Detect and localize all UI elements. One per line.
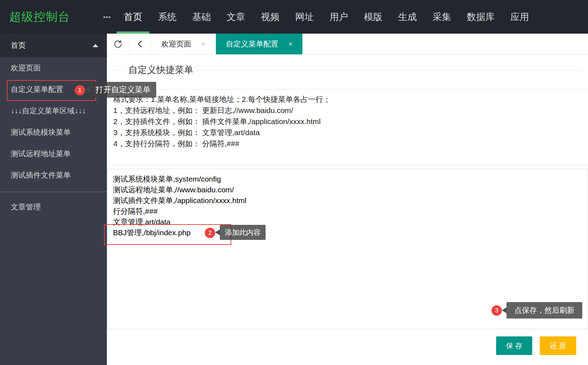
refresh-icon — [113, 39, 123, 49]
tab-close-icon[interactable]: × — [288, 40, 293, 48]
sidebar-item-test-system-module[interactable]: 测试系统模块菜单 — [0, 122, 107, 143]
sidebar-item-custom-menu-zone[interactable]: ↓↓↓自定义菜单区域↓↓↓ — [0, 100, 107, 122]
format-instructions: 格式要求：1.菜单名称,菜单链接地址；2.每个快捷菜单各占一行； 1，支持远程地… — [107, 89, 588, 165]
nav-item-application[interactable]: 应用 — [503, 0, 537, 34]
nav-item-system[interactable]: 系统 — [150, 0, 184, 34]
sidebar: 首页 欢迎页面 自定义菜单配置 ↓↓↓自定义菜单区域↓↓↓ 测试系统模块菜单 测… — [0, 34, 107, 365]
sidebar-item-article-manage[interactable]: 文章管理 — [0, 196, 107, 218]
nav-item-basic[interactable]: 基础 — [184, 0, 219, 34]
page-title-block: 自定义快捷菜单 — [113, 64, 583, 76]
admin-console-window: 超级控制台 ••• 首页 系统 基础 文章 视频 网址 用户 模版 生成 采集 … — [0, 0, 588, 365]
instruction-line: 2，支持插件文件，例如： 插件文件菜单,/application/xxxx.ht… — [113, 116, 588, 127]
instruction-line: 1，支持远程地址，例如： 更新日志,//www.baidu.com/ — [113, 105, 588, 116]
title-line-right — [198, 70, 583, 70]
nav-item-video[interactable]: 视频 — [253, 0, 287, 34]
page-title: 自定义快捷菜单 — [128, 64, 193, 76]
refresh-button[interactable] — [107, 34, 129, 54]
tab-welcome[interactable]: 欢迎页面 × — [151, 34, 216, 54]
tab-close-icon[interactable]: × — [201, 40, 206, 48]
sidebar-group-label: 首页 — [11, 41, 26, 49]
nav-item-database[interactable]: 数据库 — [459, 0, 503, 34]
chevron-up-icon — [93, 44, 98, 47]
nav-item-user[interactable]: 用户 — [322, 0, 356, 34]
app-logo: 超级控制台 — [0, 0, 99, 34]
tab-label: 自定义菜单配置 — [226, 39, 278, 49]
menu-config-textarea[interactable]: 测试系统模块菜单,system/config 测试远程地址菜单,//www.ba… — [107, 169, 588, 329]
sidebar-item-test-remote-url[interactable]: 测试远程地址菜单 — [0, 143, 107, 164]
nav-item-home[interactable]: 首页 — [116, 0, 150, 34]
sidebar-divider — [0, 192, 107, 192]
nav-item-article[interactable]: 文章 — [219, 0, 253, 34]
tab-label: 欢迎页面 — [161, 39, 191, 49]
nav-item-generate[interactable]: 生成 — [390, 0, 425, 34]
main-content: 自定义快捷菜单 格式要求：1.菜单名称,菜单链接地址；2.每个快捷菜单各占一行；… — [107, 55, 588, 365]
nav-item-url[interactable]: 网址 — [287, 0, 322, 34]
instruction-line: 4，支持行分隔符，例如： 分隔符,### — [113, 138, 588, 149]
nav-item-template[interactable]: 模版 — [356, 0, 390, 34]
save-button[interactable]: 保 存 — [496, 336, 532, 355]
sidebar-item-custom-menu-config[interactable]: 自定义菜单配置 — [0, 79, 107, 100]
sidebar-item-test-plugin-file[interactable]: 测试插件文件菜单 — [0, 164, 107, 186]
instruction-line: 3，支持系统模块，例如： 文章管理,art/data — [113, 127, 588, 138]
tab-back-button[interactable] — [129, 34, 151, 54]
footer-actions: 保 存 还 原 — [107, 336, 588, 355]
nav-item-collect[interactable]: 采集 — [425, 0, 459, 34]
sidebar-group-home[interactable]: 首页 — [0, 34, 107, 57]
tab-custom-menu-config[interactable]: 自定义菜单配置 × — [216, 34, 303, 54]
chevron-left-icon — [136, 39, 144, 49]
tab-bar: 欢迎页面 × 自定义菜单配置 × — [107, 34, 588, 55]
sidebar-item-welcome[interactable]: 欢迎页面 — [0, 57, 107, 79]
top-header: 超级控制台 ••• 首页 系统 基础 文章 视频 网址 用户 模版 生成 采集 … — [0, 0, 588, 34]
sidebar-collapse-button[interactable]: ••• — [99, 0, 116, 34]
restore-button[interactable]: 还 原 — [540, 336, 576, 355]
top-nav: 首页 系统 基础 文章 视频 网址 用户 模版 生成 采集 数据库 应用 — [116, 0, 537, 34]
title-line-left — [113, 70, 123, 70]
instruction-line: 格式要求：1.菜单名称,菜单链接地址；2.每个快捷菜单各占一行； — [113, 94, 588, 105]
